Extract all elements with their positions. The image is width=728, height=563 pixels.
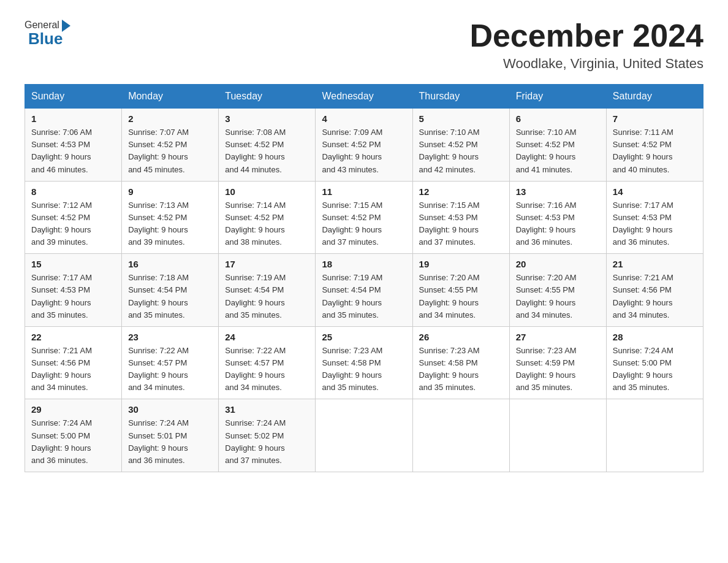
calendar-table: SundayMondayTuesdayWednesdayThursdayFrid… [25,84,703,472]
day-cell: 19Sunrise: 7:20 AMSunset: 4:55 PMDayligh… [412,254,509,327]
day-info: Sunrise: 7:10 AMSunset: 4:52 PMDaylight:… [419,126,503,176]
day-info: Sunrise: 7:21 AMSunset: 4:56 PMDaylight:… [31,345,115,394]
day-cell: 29Sunrise: 7:24 AMSunset: 5:00 PMDayligh… [25,399,122,472]
week-row-5: 29Sunrise: 7:24 AMSunset: 5:00 PMDayligh… [25,399,703,472]
title-section: December 2024 Woodlake, Virginia, United… [469,18,703,72]
day-cell [509,399,606,472]
logo: General Blue [25,18,70,48]
day-number: 23 [128,332,212,342]
day-cell: 8Sunrise: 7:12 AMSunset: 4:52 PMDaylight… [25,181,122,254]
day-number: 31 [225,404,309,415]
day-number: 30 [128,404,212,415]
day-cell: 18Sunrise: 7:19 AMSunset: 4:54 PMDayligh… [316,254,412,327]
day-cell: 12Sunrise: 7:15 AMSunset: 4:53 PMDayligh… [412,181,509,254]
day-cell: 21Sunrise: 7:21 AMSunset: 4:56 PMDayligh… [606,254,703,327]
day-header-saturday: Saturday [606,85,703,109]
day-info: Sunrise: 7:20 AMSunset: 4:55 PMDaylight:… [516,272,600,321]
day-number: 26 [419,332,503,342]
day-number: 27 [516,332,600,342]
day-number: 15 [31,259,115,269]
logo-arrow-icon [62,20,70,32]
day-cell: 22Sunrise: 7:21 AMSunset: 4:56 PMDayligh… [25,326,122,399]
day-header-wednesday: Wednesday [316,85,412,109]
day-cell: 13Sunrise: 7:16 AMSunset: 4:53 PMDayligh… [509,181,606,254]
day-info: Sunrise: 7:12 AMSunset: 4:52 PMDaylight:… [31,199,115,249]
month-title: December 2024 [469,18,703,53]
day-info: Sunrise: 7:18 AMSunset: 4:54 PMDaylight:… [128,272,212,321]
day-cell: 30Sunrise: 7:24 AMSunset: 5:01 PMDayligh… [122,399,219,472]
day-number: 13 [516,186,600,197]
day-info: Sunrise: 7:14 AMSunset: 4:52 PMDaylight:… [225,199,309,249]
day-number: 9 [128,186,212,197]
day-info: Sunrise: 7:13 AMSunset: 4:52 PMDaylight:… [128,199,212,249]
day-info: Sunrise: 7:24 AMSunset: 5:02 PMDaylight:… [225,417,309,467]
day-info: Sunrise: 7:19 AMSunset: 4:54 PMDaylight:… [322,272,406,321]
day-info: Sunrise: 7:23 AMSunset: 4:59 PMDaylight:… [516,345,600,394]
day-cell: 9Sunrise: 7:13 AMSunset: 4:52 PMDaylight… [122,181,219,254]
day-info: Sunrise: 7:11 AMSunset: 4:52 PMDaylight:… [613,126,697,176]
week-row-1: 1Sunrise: 7:06 AMSunset: 4:53 PMDaylight… [25,109,703,182]
week-row-4: 22Sunrise: 7:21 AMSunset: 4:56 PMDayligh… [25,326,703,399]
day-number: 20 [516,259,600,269]
day-number: 11 [322,186,406,197]
day-number: 17 [225,259,309,269]
day-info: Sunrise: 7:24 AMSunset: 5:01 PMDaylight:… [128,417,212,467]
day-cell: 6Sunrise: 7:10 AMSunset: 4:52 PMDaylight… [509,109,606,182]
day-cell: 25Sunrise: 7:23 AMSunset: 4:58 PMDayligh… [316,326,412,399]
day-cell: 4Sunrise: 7:09 AMSunset: 4:52 PMDaylight… [316,109,412,182]
day-number: 28 [613,332,697,342]
day-info: Sunrise: 7:06 AMSunset: 4:53 PMDaylight:… [31,126,115,176]
day-info: Sunrise: 7:15 AMSunset: 4:53 PMDaylight:… [419,199,503,249]
day-number: 16 [128,259,212,269]
logo-blue-text: Blue [28,29,63,48]
day-cell: 3Sunrise: 7:08 AMSunset: 4:52 PMDaylight… [219,109,316,182]
day-cell: 17Sunrise: 7:19 AMSunset: 4:54 PMDayligh… [219,254,316,327]
day-number: 8 [31,186,115,197]
day-cell: 20Sunrise: 7:20 AMSunset: 4:55 PMDayligh… [509,254,606,327]
day-cell: 7Sunrise: 7:11 AMSunset: 4:52 PMDaylight… [606,109,703,182]
day-number: 4 [322,113,406,124]
day-cell: 28Sunrise: 7:24 AMSunset: 5:00 PMDayligh… [606,326,703,399]
day-info: Sunrise: 7:17 AMSunset: 4:53 PMDaylight:… [613,199,697,249]
day-cell: 14Sunrise: 7:17 AMSunset: 4:53 PMDayligh… [606,181,703,254]
day-number: 12 [419,186,503,197]
day-info: Sunrise: 7:21 AMSunset: 4:56 PMDaylight:… [613,272,697,321]
calendar-header-row: SundayMondayTuesdayWednesdayThursdayFrid… [25,85,703,109]
day-number: 2 [128,113,212,124]
day-header-thursday: Thursday [412,85,509,109]
day-info: Sunrise: 7:19 AMSunset: 4:54 PMDaylight:… [225,272,309,321]
day-number: 21 [613,259,697,269]
day-header-friday: Friday [509,85,606,109]
day-header-tuesday: Tuesday [219,85,316,109]
week-row-3: 15Sunrise: 7:17 AMSunset: 4:53 PMDayligh… [25,254,703,327]
day-info: Sunrise: 7:15 AMSunset: 4:52 PMDaylight:… [322,199,406,249]
day-cell: 27Sunrise: 7:23 AMSunset: 4:59 PMDayligh… [509,326,606,399]
day-header-monday: Monday [122,85,219,109]
day-number: 29 [31,404,115,415]
day-cell: 11Sunrise: 7:15 AMSunset: 4:52 PMDayligh… [316,181,412,254]
day-info: Sunrise: 7:08 AMSunset: 4:52 PMDaylight:… [225,126,309,176]
day-info: Sunrise: 7:17 AMSunset: 4:53 PMDaylight:… [31,272,115,321]
day-number: 14 [613,186,697,197]
page-header: General Blue December 2024 Woodlake, Vir… [25,18,703,72]
day-info: Sunrise: 7:23 AMSunset: 4:58 PMDaylight:… [322,345,406,394]
day-cell: 5Sunrise: 7:10 AMSunset: 4:52 PMDaylight… [412,109,509,182]
day-cell: 2Sunrise: 7:07 AMSunset: 4:52 PMDaylight… [122,109,219,182]
day-cell [412,399,509,472]
day-cell: 10Sunrise: 7:14 AMSunset: 4:52 PMDayligh… [219,181,316,254]
day-number: 24 [225,332,309,342]
day-number: 3 [225,113,309,124]
day-header-sunday: Sunday [25,85,122,109]
day-info: Sunrise: 7:16 AMSunset: 4:53 PMDaylight:… [516,199,600,249]
day-info: Sunrise: 7:22 AMSunset: 4:57 PMDaylight:… [128,345,212,394]
day-number: 25 [322,332,406,342]
day-info: Sunrise: 7:20 AMSunset: 4:55 PMDaylight:… [419,272,503,321]
day-info: Sunrise: 7:23 AMSunset: 4:58 PMDaylight:… [419,345,503,394]
day-info: Sunrise: 7:07 AMSunset: 4:52 PMDaylight:… [128,126,212,176]
day-number: 18 [322,259,406,269]
day-cell: 24Sunrise: 7:22 AMSunset: 4:57 PMDayligh… [219,326,316,399]
day-cell: 31Sunrise: 7:24 AMSunset: 5:02 PMDayligh… [219,399,316,472]
day-info: Sunrise: 7:24 AMSunset: 5:00 PMDaylight:… [31,417,115,467]
day-info: Sunrise: 7:09 AMSunset: 4:52 PMDaylight:… [322,126,406,176]
day-number: 22 [31,332,115,342]
